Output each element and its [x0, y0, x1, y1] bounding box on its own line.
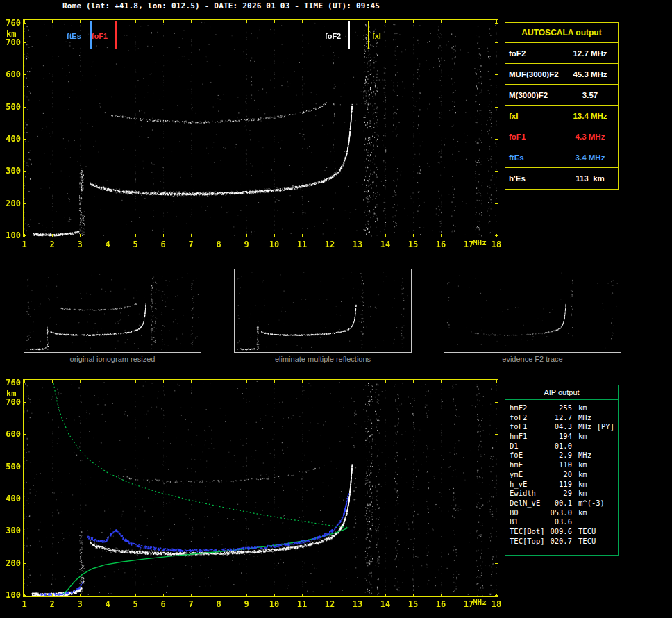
aip-param-unit: km	[578, 480, 587, 490]
aip-param-name: D1	[510, 442, 548, 451]
aip-row-B0: B0053.0km	[510, 508, 614, 518]
aip-param-name: TEC[Top]	[510, 537, 548, 546]
aip-param-extra: [PY]	[597, 422, 614, 432]
thumbnail-caption-multiples: eliminate multiple reflections	[234, 355, 412, 363]
aip-param-value: 194	[548, 432, 572, 442]
aip-param-value: 29	[548, 489, 572, 499]
autoscala-row-label: ftEs	[505, 147, 562, 167]
thumbnail-caption-f2: evidence F2 trace	[444, 355, 621, 363]
aip-param-name: foE	[510, 451, 548, 460]
aip-row-hmE: hmE110km	[510, 460, 614, 470]
thumbnail-caption-original: original ionogram resized	[24, 355, 201, 363]
aip-table-rows: hmF2255kmfoF212.7MHzfoF104.3MHz[PY]hmF11…	[505, 400, 618, 549]
aip-param-value: 053.0	[548, 508, 572, 518]
aip-row-D1: D101.0	[510, 442, 614, 451]
aip-row-DelN_vE: DelN_vE00.1m^(-3)	[510, 499, 614, 508]
autoscala-row-value: 13.4 MHz	[562, 106, 618, 126]
autoscala-row-M(3000)F2: M(3000)F23.57	[505, 85, 618, 106]
thumbnail-original-ionogram	[24, 269, 201, 353]
marker-label-foF1: foF1	[92, 32, 108, 40]
autoscala-row-value: 45.3 MHz	[562, 64, 618, 84]
aip-param-unit: km	[578, 460, 587, 470]
aip-param-value: 020.7	[548, 537, 572, 546]
aip-param-name: hmF1	[510, 432, 548, 442]
autoscala-row-value: 12.7 MHz	[562, 43, 618, 63]
marker-label-ftEs: ftEs	[67, 32, 81, 40]
autoscala-row-label: M(3000)F2	[505, 85, 562, 105]
autoscala-row-value: 113 km	[562, 168, 618, 189]
aip-param-value: 04.3	[548, 422, 572, 432]
autoscala-row-label: fxI	[505, 106, 562, 126]
profile-ionogram-canvas	[0, 378, 507, 618]
autoscala-row-foF2: foF212.7 MHz	[505, 43, 618, 64]
aip-param-name: h_vE	[510, 480, 548, 490]
aip-row-foF1: foF104.3MHz[PY]	[510, 422, 614, 432]
aip-row-ymE: ymE20km	[510, 470, 614, 480]
aip-param-value: 01.0	[548, 442, 572, 451]
aip-param-unit: MHz	[578, 422, 591, 432]
aip-param-value: 255	[548, 403, 572, 413]
aip-row-foF2: foF212.7MHz	[510, 413, 614, 423]
autoscala-output-table: AUTOSCALA output foF212.7 MHzMUF(3000)F2…	[505, 22, 619, 190]
aip-table-title: AIP output	[505, 385, 618, 400]
aip-param-unit: km	[578, 432, 587, 442]
aip-row-B1: B103.6	[510, 517, 614, 527]
autoscala-app: Rome (lat: +41.8, lon: 012.5) - DATE: 20…	[0, 0, 672, 618]
aip-param-unit: MHz	[578, 413, 591, 423]
aip-param-name: ymE	[510, 470, 548, 480]
aip-row-hmF2: hmF2255km	[510, 403, 614, 413]
aip-row-TEC[Bot]: TEC[Bot]009.6TECU	[510, 527, 614, 537]
aip-param-unit: km	[578, 489, 587, 499]
aip-param-unit: km	[578, 470, 587, 480]
aip-param-value: 009.6	[548, 527, 572, 537]
aip-row-TEC[Top]: TEC[Top]020.7TECU	[510, 537, 614, 546]
aip-row-foE: foE2.9MHz	[510, 451, 614, 460]
aip-param-name: B0	[510, 508, 548, 518]
autoscala-row-value: 3.57	[562, 85, 618, 105]
thumbnail-evidence-f2-trace	[444, 269, 621, 353]
autoscala-row-foF1: foF14.3 MHz	[505, 126, 618, 147]
autoscala-row-MUF(3000)F2: MUF(3000)F245.3 MHz	[505, 64, 618, 85]
autoscala-row-ftEs: ftEs3.4 MHz	[505, 147, 618, 168]
autoscala-table-title: AUTOSCALA output	[505, 23, 618, 43]
aip-row-h_vE: h_vE119km	[510, 480, 614, 490]
aip-param-value: 119	[548, 480, 572, 490]
autoscala-row-label: foF2	[505, 43, 562, 63]
scaled-ionogram-canvas	[0, 18, 507, 254]
aip-param-value: 03.6	[548, 517, 572, 527]
aip-row-hmF1: hmF1194km	[510, 432, 614, 442]
aip-param-value: 12.7	[548, 413, 572, 423]
aip-param-value: 110	[548, 460, 572, 470]
aip-param-unit: TECU	[578, 537, 596, 546]
aip-param-unit: km	[578, 508, 587, 518]
aip-param-value: 00.1	[548, 499, 572, 508]
marker-label-fxI: fxI	[372, 32, 381, 40]
autoscala-table-rows: foF212.7 MHzMUF(3000)F245.3 MHzM(3000)F2…	[505, 43, 618, 189]
aip-param-name: foF1	[510, 422, 548, 432]
thumbnail-eliminate-multiples	[234, 269, 412, 353]
autoscala-row-value: 3.4 MHz	[562, 147, 618, 167]
aip-param-name: hmE	[510, 460, 548, 470]
marker-label-foF2: foF2	[325, 32, 341, 40]
station-header: Rome (lat: +41.8, lon: 012.5) - DATE: 20…	[62, 1, 380, 10]
autoscala-row-label: h'Es	[505, 168, 562, 189]
aip-param-name: Ewidth	[510, 489, 548, 499]
autoscala-row-value: 4.3 MHz	[562, 126, 618, 147]
autoscala-row-label: MUF(3000)F2	[505, 64, 562, 84]
autoscala-row-label: foF1	[505, 126, 562, 147]
aip-param-name: DelN_vE	[510, 499, 548, 508]
aip-row-Ewidth: Ewidth29km	[510, 489, 614, 499]
aip-param-value: 20	[548, 470, 572, 480]
aip-param-unit: m^(-3)	[578, 499, 605, 508]
aip-output-table: AIP output hmF2255kmfoF212.7MHzfoF104.3M…	[505, 385, 619, 556]
aip-param-name: foF2	[510, 413, 548, 423]
aip-param-unit: km	[578, 403, 587, 413]
autoscala-row-h'Es: h'Es113 km	[505, 168, 618, 189]
aip-param-name: B1	[510, 517, 548, 527]
aip-param-value: 2.9	[548, 451, 572, 460]
autoscala-row-fxI: fxI13.4 MHz	[505, 106, 618, 126]
aip-param-name: hmF2	[510, 403, 548, 413]
aip-param-unit: TECU	[578, 527, 596, 537]
aip-param-unit: MHz	[578, 451, 591, 460]
aip-param-name: TEC[Bot]	[510, 527, 548, 537]
